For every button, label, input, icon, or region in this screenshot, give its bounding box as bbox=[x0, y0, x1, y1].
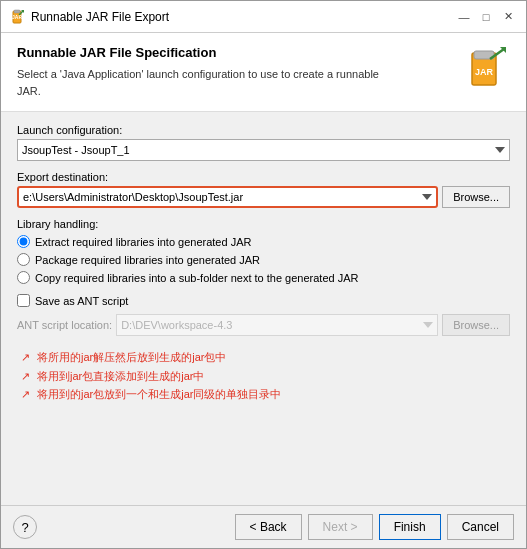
launch-config-group: Launch configuration: JsoupTest - JsoupT… bbox=[17, 124, 510, 161]
library-handling-label: Library handling: bbox=[17, 218, 510, 230]
ant-script-group: Save as ANT script ANT script location: … bbox=[17, 294, 510, 336]
launch-config-select[interactable]: JsoupTest - JsoupT_1 bbox=[17, 139, 510, 161]
header-section: Runnable JAR File Specification Select a… bbox=[1, 33, 526, 112]
radio-copy-input[interactable] bbox=[17, 271, 30, 284]
launch-config-label: Launch configuration: bbox=[17, 124, 510, 136]
svg-text:JAR: JAR bbox=[12, 14, 22, 20]
ant-script-row: ANT script location: D:\DEV\workspace-4.… bbox=[17, 314, 510, 336]
annotation-line-1: 将所用的jar解压然后放到生成的jar包中 bbox=[17, 348, 510, 367]
title-bar-left: JAR Runnable JAR File Export bbox=[9, 9, 169, 25]
export-browse-button[interactable]: Browse... bbox=[442, 186, 510, 208]
page-description: Select a 'Java Application' launch confi… bbox=[17, 66, 397, 99]
radio-copy: Copy required libraries into a sub-folde… bbox=[17, 271, 510, 284]
annotations-area: 将所用的jar解压然后放到生成的jar包中 将用到jar包直接添加到生成的jar… bbox=[17, 348, 510, 404]
close-button[interactable]: ✕ bbox=[498, 7, 518, 27]
finish-button[interactable]: Finish bbox=[379, 514, 441, 540]
ant-location-label: ANT script location: bbox=[17, 319, 112, 331]
footer: ? < Back Next > Finish Cancel bbox=[1, 505, 526, 548]
dialog-window: JAR Runnable JAR File Export — □ ✕ Runna… bbox=[0, 0, 527, 549]
export-dest-group: Export destination: Browse... 导出的路径 bbox=[17, 171, 510, 208]
annotation-line-2: 将用到jar包直接添加到生成的jar中 bbox=[17, 367, 510, 386]
help-button[interactable]: ? bbox=[13, 515, 37, 539]
ant-browse-button: Browse... bbox=[442, 314, 510, 336]
export-dest-input-wrap bbox=[17, 186, 438, 208]
radio-extract-label[interactable]: Extract required libraries into generate… bbox=[35, 236, 251, 248]
svg-rect-1 bbox=[14, 10, 20, 13]
footer-left: ? bbox=[13, 515, 37, 539]
back-button[interactable]: < Back bbox=[235, 514, 302, 540]
minimize-button[interactable]: — bbox=[454, 7, 474, 27]
annotation-line-3: 将用到的jar包放到一个和生成jar同级的单独目录中 bbox=[17, 385, 510, 404]
header-text: Runnable JAR File Specification Select a… bbox=[17, 45, 397, 99]
radio-package-label[interactable]: Package required libraries into generate… bbox=[35, 254, 260, 266]
library-handling-group: Library handling: Extract required libra… bbox=[17, 218, 510, 284]
cancel-button[interactable]: Cancel bbox=[447, 514, 514, 540]
radio-extract-input[interactable] bbox=[17, 235, 30, 248]
footer-buttons: < Back Next > Finish Cancel bbox=[235, 514, 514, 540]
title-bar: JAR Runnable JAR File Export — □ ✕ bbox=[1, 1, 526, 33]
save-ant-label[interactable]: Save as ANT script bbox=[35, 295, 128, 307]
ant-location-select: D:\DEV\workspace-4.3 bbox=[116, 314, 438, 336]
radio-copy-label[interactable]: Copy required libraries into a sub-folde… bbox=[35, 272, 358, 284]
save-ant-checkbox[interactable] bbox=[17, 294, 30, 307]
main-content: Launch configuration: JsoupTest - JsoupT… bbox=[1, 112, 526, 505]
next-button[interactable]: Next > bbox=[308, 514, 373, 540]
maximize-button[interactable]: □ bbox=[476, 7, 496, 27]
svg-text:JAR: JAR bbox=[475, 67, 494, 77]
radio-extract: Extract required libraries into generate… bbox=[17, 235, 510, 248]
radio-package-input[interactable] bbox=[17, 253, 30, 266]
header-icon: JAR bbox=[462, 45, 510, 93]
jar-icon: JAR bbox=[9, 9, 25, 25]
save-ant-row: Save as ANT script bbox=[17, 294, 510, 307]
export-dest-input[interactable] bbox=[17, 186, 438, 208]
title-bar-title: Runnable JAR File Export bbox=[31, 10, 169, 24]
title-bar-controls: — □ ✕ bbox=[454, 7, 518, 27]
radio-package: Package required libraries into generate… bbox=[17, 253, 510, 266]
export-dest-label: Export destination: bbox=[17, 171, 510, 183]
page-title: Runnable JAR File Specification bbox=[17, 45, 397, 60]
